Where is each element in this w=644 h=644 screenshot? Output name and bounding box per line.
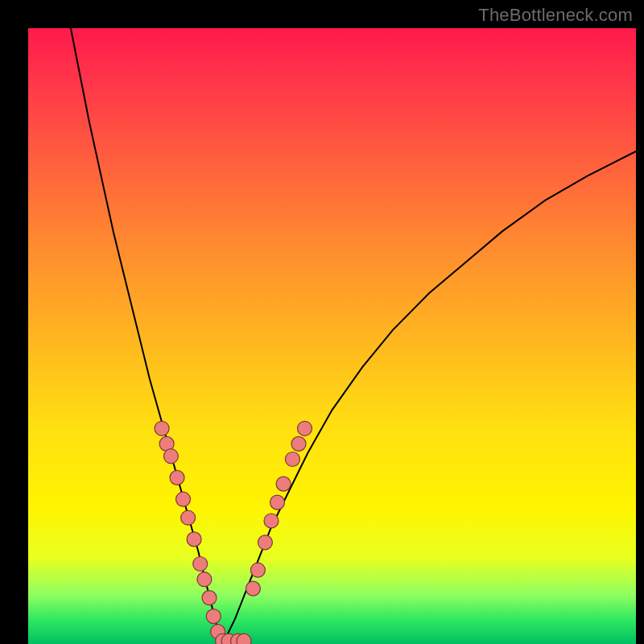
marker-dot xyxy=(197,572,212,587)
marker-dot xyxy=(163,449,178,464)
curve-right-branch xyxy=(223,151,636,644)
marker-dot xyxy=(206,609,221,624)
curve-left-branch xyxy=(71,28,223,644)
marker-dot xyxy=(258,535,272,550)
marker-dot xyxy=(202,591,217,605)
marker-dot xyxy=(285,452,299,467)
marker-dot xyxy=(276,477,291,491)
marker-dot xyxy=(270,495,285,510)
marker-dot xyxy=(250,563,265,577)
chart-frame: TheBottleneck.com xyxy=(0,0,644,644)
curve-group xyxy=(71,28,636,644)
marker-dot xyxy=(237,634,251,644)
marker-dot xyxy=(155,421,169,436)
marker-dot xyxy=(298,421,312,436)
marker-dot xyxy=(181,510,196,525)
marker-dot xyxy=(176,492,191,506)
marker-dot xyxy=(291,436,306,451)
marker-dot xyxy=(170,470,184,485)
marker-group xyxy=(155,421,312,644)
chart-overlay xyxy=(0,0,644,644)
marker-dot xyxy=(187,532,201,547)
marker-dot xyxy=(246,581,260,596)
marker-dot xyxy=(193,557,208,572)
marker-dot xyxy=(264,514,279,528)
